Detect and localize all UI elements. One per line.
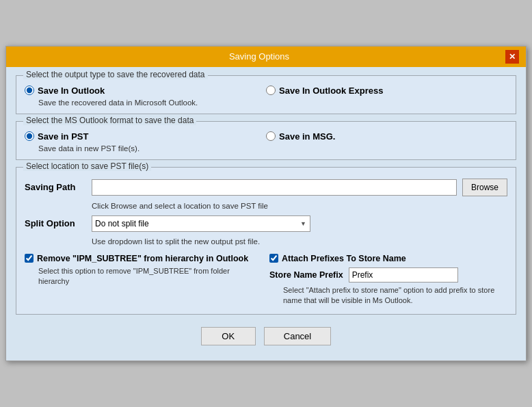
save-in-outlook-radio[interactable]	[25, 86, 34, 95]
title-bar: Saving Options ✕	[6, 47, 526, 67]
ms-format-option-1-col: Save in PST Save data in new PST file(s)…	[25, 131, 266, 153]
location-inner: Saving Path Browse Click Browse and sele…	[25, 179, 507, 306]
output-type-title: Select the output type to save the recov…	[23, 70, 208, 79]
ms-format-group: Select the MS Outlook format to save the…	[16, 121, 516, 160]
ms-format-options: Save in PST Save data in new PST file(s)…	[25, 131, 507, 153]
split-option-label: Split Option	[25, 218, 86, 228]
save-in-pst-label[interactable]: Save in PST	[25, 131, 266, 142]
save-in-msg-radio[interactable]	[266, 131, 276, 141]
save-in-outlook-express-radio[interactable]	[266, 86, 276, 95]
ipm-subtree-col: Remove "IPM_SUBTREE" from hierarchy in O…	[25, 254, 263, 306]
store-prefix-sublabel: Select "Attach prefix to store name" opt…	[283, 285, 507, 306]
save-in-outlook-text: Save In Outlook	[38, 86, 105, 96]
store-name-prefix-label: Store Name Prefix	[269, 270, 343, 280]
save-in-msg-text: Save in MSG.	[279, 131, 335, 142]
browse-button[interactable]: Browse	[462, 179, 507, 196]
save-in-pst-radio[interactable]	[25, 131, 34, 141]
ms-format-title: Select the MS Outlook format to save the…	[23, 116, 196, 125]
saving-path-row: Saving Path Browse	[25, 179, 507, 196]
ok-button[interactable]: OK	[201, 327, 256, 345]
attach-prefix-text: Attach Prefixes To Store Name	[282, 254, 406, 263]
save-in-outlook-express-label[interactable]: Save In Outlook Express	[266, 86, 507, 96]
ms-format-option-2-col: Save in MSG.	[266, 131, 507, 142]
output-type-options: Save In Outlook Save the recovered data …	[25, 86, 507, 107]
save-in-outlook-sublabel: Save the recovered data in Microsoft Out…	[38, 99, 266, 107]
save-in-outlook-label[interactable]: Save In Outlook	[25, 86, 266, 96]
dialog-title: Saving Options	[13, 51, 505, 62]
output-option-2-col: Save In Outlook Express	[266, 86, 507, 96]
output-option-1-col: Save In Outlook Save the recovered data …	[25, 86, 266, 107]
save-in-pst-sublabel: Save data in new PST file(s).	[38, 144, 266, 153]
ipm-subtree-label[interactable]: Remove "IPM_SUBTREE" from hierarchy in O…	[25, 254, 263, 263]
attach-prefix-checkbox[interactable]	[269, 254, 278, 263]
split-option-row: Split Option Do not split file 1 GB 2 GB…	[25, 215, 507, 232]
cancel-button[interactable]: Cancel	[264, 327, 331, 345]
location-group: Select location to save PST file(s) Savi…	[16, 167, 516, 315]
dialog-body: Select the output type to save the recov…	[6, 67, 526, 361]
store-name-prefix-input[interactable]	[349, 267, 458, 283]
ipm-subtree-text: Remove "IPM_SUBTREE" from hierarchy in O…	[37, 254, 248, 263]
attach-prefix-col: Attach Prefixes To Store Name Store Name…	[269, 254, 507, 306]
location-group-title: Select location to save PST file(s)	[23, 161, 151, 171]
attach-prefix-label[interactable]: Attach Prefixes To Store Name	[269, 254, 507, 263]
ipm-subtree-checkbox[interactable]	[25, 254, 34, 263]
saving-path-input[interactable]	[92, 179, 457, 196]
saving-path-hint: Click Browse and select a location to sa…	[92, 202, 507, 210]
split-option-select[interactable]: Do not split file 1 GB 2 GB 5 GB	[92, 215, 310, 232]
output-type-group: Select the output type to save the recov…	[16, 75, 516, 114]
checkboxes-row: Remove "IPM_SUBTREE" from hierarchy in O…	[25, 254, 507, 306]
button-row: OK Cancel	[16, 321, 516, 352]
ipm-subtree-sublabel: Select this option to remove "IPM_SUBTRE…	[38, 266, 263, 287]
save-in-outlook-express-text: Save In Outlook Express	[279, 86, 383, 96]
save-in-msg-label[interactable]: Save in MSG.	[266, 131, 507, 142]
close-button[interactable]: ✕	[505, 50, 519, 64]
split-select-wrapper: Do not split file 1 GB 2 GB 5 GB	[92, 215, 310, 232]
prefix-row: Store Name Prefix	[269, 267, 507, 283]
save-in-pst-text: Save in PST	[38, 131, 88, 142]
split-option-hint: Use dropdown list to split the new outpu…	[92, 237, 507, 246]
saving-options-dialog: Saving Options ✕ Select the output type …	[5, 46, 527, 362]
saving-path-label: Saving Path	[25, 182, 86, 192]
